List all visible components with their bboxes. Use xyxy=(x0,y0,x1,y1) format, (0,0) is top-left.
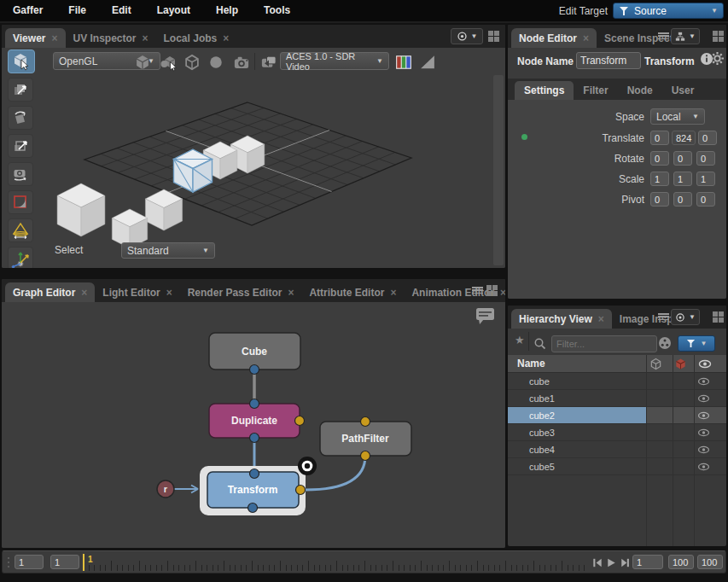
current-frame-field[interactable]: 1 xyxy=(632,555,663,569)
tab-uv-inspector[interactable]: UV Inspector × xyxy=(66,28,156,48)
viewer-focus-menu-button[interactable]: ▼ xyxy=(451,28,483,44)
frame-start-field[interactable]: 1 xyxy=(15,555,44,569)
hierarchy-focus-menu-button[interactable]: ▼ xyxy=(671,309,700,325)
menu-gaffer[interactable]: Gaffer xyxy=(0,0,55,21)
select-tool-button[interactable] xyxy=(8,49,35,73)
node-gear-menu-button[interactable] xyxy=(710,51,725,69)
close-icon[interactable]: × xyxy=(598,314,604,324)
camera-tool-button[interactable] xyxy=(8,162,33,186)
space-dropdown[interactable]: Local ▼ xyxy=(650,108,705,125)
rotate-tool-button[interactable] xyxy=(8,106,33,130)
menu-layout[interactable]: Layout xyxy=(144,0,203,21)
scale-x-field[interactable]: 1 xyxy=(650,172,669,186)
tab-viewer[interactable]: Viewer × xyxy=(5,28,66,48)
wireframe-mode-button[interactable] xyxy=(181,51,203,73)
hierarchy-filter-dropdown[interactable]: ▼ xyxy=(678,335,715,352)
close-icon[interactable]: × xyxy=(500,288,505,298)
rotate-z-field[interactable]: 0 xyxy=(696,151,715,166)
scale-y-field[interactable]: 1 xyxy=(673,172,692,186)
display-transform-dropdown[interactable]: ACES 1.0 - SDR Video ▼ xyxy=(280,52,389,70)
panel-menu-icon[interactable] xyxy=(658,32,669,40)
tab-attribute-editor[interactable]: Attribute Editor × xyxy=(301,282,404,302)
layout-grid-icon[interactable] xyxy=(713,311,724,323)
timeline-ruler[interactable] xyxy=(83,555,588,571)
close-icon[interactable]: × xyxy=(166,288,172,298)
image-compare-button[interactable] xyxy=(258,51,280,73)
gamma-button[interactable] xyxy=(416,51,439,73)
close-icon[interactable]: × xyxy=(51,33,57,44)
panel-menu-icon[interactable] xyxy=(658,313,669,321)
node-r-dot[interactable]: r xyxy=(157,480,174,498)
tab-node-editor[interactable]: Node Editor × xyxy=(511,28,597,48)
camera-view-button[interactable] xyxy=(230,51,253,73)
close-icon[interactable]: × xyxy=(390,288,396,298)
filter-input[interactable] xyxy=(551,335,657,352)
close-icon[interactable]: × xyxy=(288,288,294,298)
grip-handle[interactable] xyxy=(8,557,9,567)
menu-help[interactable]: Help xyxy=(203,0,251,21)
close-icon[interactable]: × xyxy=(81,288,87,298)
scale-tool-button[interactable] xyxy=(8,134,33,158)
eye-icon[interactable] xyxy=(697,393,710,404)
loop-end-field[interactable]: 100 xyxy=(697,555,723,569)
playhead[interactable] xyxy=(83,554,84,571)
node-graph-canvas[interactable]: Cube Duplicate PathFilter Transform xyxy=(2,302,505,548)
layout-grid-icon[interactable] xyxy=(486,285,498,296)
pivot-x-field[interactable]: 0 xyxy=(650,192,669,207)
select-mode-dropdown[interactable]: Standard ▼ xyxy=(121,242,215,259)
menu-file[interactable]: File xyxy=(55,0,99,21)
scale-z-field[interactable]: 1 xyxy=(696,172,715,186)
range-end-field[interactable]: 100 xyxy=(668,555,694,569)
eye-icon[interactable] xyxy=(697,462,710,472)
panel-menu-icon[interactable] xyxy=(472,287,483,294)
layout-grid-icon[interactable] xyxy=(488,31,499,42)
rotate-x-field[interactable]: 0 xyxy=(650,151,669,166)
tab-light-editor[interactable]: Light Editor × xyxy=(95,282,179,302)
viewport-side-slider[interactable] xyxy=(493,75,504,265)
go-to-end-button[interactable] xyxy=(619,556,631,573)
tab-local-jobs[interactable]: Local Jobs × xyxy=(156,28,237,48)
pivot-y-field[interactable]: 0 xyxy=(673,192,692,207)
tab-hierarchy-view[interactable]: Hierarchy View × xyxy=(511,309,612,329)
eye-icon[interactable] xyxy=(697,376,710,387)
tab-graph-editor[interactable]: Graph Editor × xyxy=(5,282,95,302)
translate-tool-button[interactable] xyxy=(8,78,33,102)
crop-window-tool-button[interactable] xyxy=(8,190,33,214)
shading-mode-button[interactable] xyxy=(131,51,154,73)
eye-icon[interactable] xyxy=(697,428,710,438)
menu-edit[interactable]: Edit xyxy=(99,0,144,21)
subtab-user[interactable]: User xyxy=(662,81,704,100)
rotate-y-field[interactable]: 0 xyxy=(673,151,692,166)
eye-icon[interactable] xyxy=(697,410,710,421)
node-set-menu-button[interactable]: ▼ xyxy=(671,28,700,44)
subtab-filter[interactable]: Filter xyxy=(574,81,617,100)
close-icon[interactable]: × xyxy=(583,33,589,44)
light-tool-button[interactable] xyxy=(8,218,33,242)
channel-select-button[interactable] xyxy=(393,51,415,73)
bookmark-star-icon[interactable]: ★ xyxy=(515,334,525,346)
edit-target-dropdown[interactable]: Source ▼ xyxy=(613,3,724,19)
node-name-input[interactable] xyxy=(576,52,641,69)
layout-grid-icon[interactable] xyxy=(713,31,724,42)
play-button[interactable] xyxy=(605,556,617,573)
go-to-start-button[interactable] xyxy=(591,556,603,573)
translate-x-field[interactable]: 0 xyxy=(650,131,669,145)
focus-ring[interactable] xyxy=(298,457,317,475)
menu-tools[interactable]: Tools xyxy=(251,0,303,21)
transform-gizmo-tool-button[interactable] xyxy=(8,247,33,268)
subtab-settings[interactable]: Settings xyxy=(515,81,574,100)
close-icon[interactable]: × xyxy=(143,33,149,44)
translate-z-field[interactable]: 0 xyxy=(698,131,717,145)
expansion-button[interactable] xyxy=(658,336,672,353)
tab-render-pass-editor[interactable]: Render Pass Editor × xyxy=(180,282,302,302)
eye-icon[interactable] xyxy=(697,445,710,455)
pivot-z-field[interactable]: 0 xyxy=(696,192,715,207)
translate-y-field[interactable]: 824 xyxy=(672,131,696,145)
viewport-3d[interactable] xyxy=(2,75,505,268)
node-cube[interactable]: Cube xyxy=(209,333,300,370)
expansion-mode-button[interactable] xyxy=(157,51,179,73)
frame-current-field[interactable]: 1 xyxy=(50,555,79,569)
close-icon[interactable]: × xyxy=(223,33,229,44)
subtab-node[interactable]: Node xyxy=(618,81,662,100)
cube-mesh-selected[interactable] xyxy=(174,149,213,192)
